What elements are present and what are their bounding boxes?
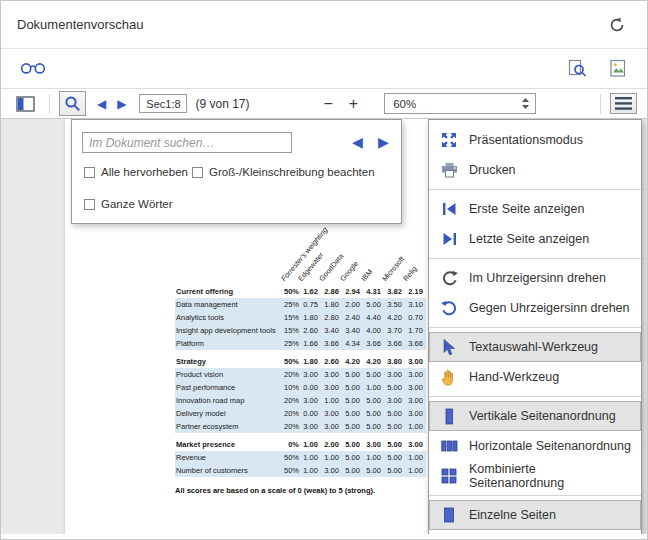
next-page-button[interactable]: ▶	[114, 96, 129, 112]
whole-words-option[interactable]: Ganze Wörter	[84, 198, 173, 210]
menu-item-label: Im Uhrzeigersinn drehen	[469, 271, 606, 285]
menu-item-label: Präsentationsmodus	[469, 133, 583, 147]
menu-item-einzelne-seiten[interactable]: Einzelne Seiten	[429, 500, 641, 530]
horizontal-layout-icon	[439, 437, 459, 455]
refresh-icon	[608, 16, 626, 34]
menu-item-im-uhrzeigersinn-drehen[interactable]: Im Uhrzeigersinn drehen	[429, 263, 641, 293]
sidebar-toggle-icon	[16, 96, 35, 112]
scores-table-wrap: Forrester's weightingEdgewaterGoodDataGo…	[175, 225, 426, 495]
menu-separator	[429, 258, 641, 259]
table-row: Analytics tools15%1.802.802.404.404.200.…	[175, 311, 426, 324]
table-footnote: All scores are based on a scale of 0 (we…	[175, 486, 426, 495]
menu-item-kombinierte-seitenanordnung[interactable]: Kombinierte Seitenanordnung	[429, 461, 641, 491]
menu-item-vertikale-seitenanordnung[interactable]: Vertikale Seitenanordnung	[429, 401, 641, 431]
text-select-icon	[439, 338, 459, 356]
page-number-input[interactable]	[139, 94, 187, 113]
menu-item-label: Einzelne Seiten	[469, 508, 556, 522]
refresh-button[interactable]	[603, 12, 631, 38]
panel-title: Dokumentenvorschau	[17, 17, 143, 32]
menu-item-label: Kombinierte Seitenanordnung	[469, 462, 631, 490]
single-pages-icon	[439, 506, 459, 524]
menu-separator	[429, 327, 641, 328]
menu-item-label: Erste Seite anzeigen	[469, 202, 584, 216]
menu-separator	[429, 396, 641, 397]
menu-item-label: Gegen Uhrzeigersinn drehen	[469, 301, 630, 315]
table-row: Delivery model20%0.003.005.005.005.003.0…	[175, 407, 426, 420]
zoom-document-icon	[568, 59, 587, 78]
zoom-in-button[interactable]: +	[345, 96, 362, 112]
table-row: Current offering50%1.622.862.944.313.822…	[175, 285, 426, 298]
menu-item-horizontale-seitenanordnung[interactable]: Horizontale Seitenanordnung	[429, 431, 641, 461]
menu-item-präsentationsmodus[interactable]: Präsentationsmodus	[429, 125, 641, 155]
menu-item-label: Hand-Werkzeug	[469, 370, 559, 384]
menu-item-gegen-uhrzeigersinn-drehen[interactable]: Gegen Uhrzeigersinn drehen	[429, 293, 641, 323]
stepper-icon	[521, 97, 530, 110]
table-row: Platform25%1.663.664.343.663.663.66	[175, 337, 426, 350]
table-row: Past performance10%0.003.005.001.005.003…	[175, 381, 426, 394]
menu-item-erste-seite-anzeigen[interactable]: Erste Seite anzeigen	[429, 194, 641, 224]
page-toolbar: ◀ ▶ (9 von 17) − + 60%	[1, 89, 647, 119]
highlight-all-option[interactable]: Alle hervorheben	[84, 166, 188, 178]
menu-item-label: Letzte Seite anzeigen	[469, 232, 589, 246]
export-image-button[interactable]	[604, 55, 633, 82]
vertical-layout-icon	[439, 407, 459, 425]
previous-match-button[interactable]: ◀	[349, 133, 366, 151]
export-image-icon	[609, 59, 628, 78]
previous-page-button[interactable]: ◀	[94, 96, 109, 112]
zoom-level-select[interactable]: 60%	[384, 93, 536, 114]
preview-toolbar	[1, 49, 647, 89]
view-menu: PräsentationsmodusDruckenErste Seite anz…	[428, 119, 642, 534]
hamburger-menu-icon	[615, 97, 632, 110]
next-match-button[interactable]: ▶	[375, 133, 392, 151]
preview-content: Forrester's weightingEdgewaterGoodDataGo…	[1, 119, 647, 534]
menu-separator	[429, 189, 641, 190]
table-row: Innovation road map20%3.001.005.005.003.…	[175, 394, 426, 407]
scores-table: Forrester's weightingEdgewaterGoodDataGo…	[175, 225, 426, 477]
menu-item-textauswahl-werkzeug[interactable]: Textauswahl-Werkzeug	[429, 332, 641, 362]
table-row: Revenue50%1.001.005.001.005.001.00	[175, 451, 426, 464]
zoom-value: 60%	[393, 98, 416, 110]
table-row: Product vision20%3.003.005.005.003.003.0…	[175, 368, 426, 381]
checkbox-label: Ganze Wörter	[101, 198, 173, 210]
hand-icon	[439, 368, 459, 386]
menu-item-label: Drucken	[469, 163, 516, 177]
menu-item-hand-werkzeug[interactable]: Hand-Werkzeug	[429, 362, 641, 392]
menu-item-letzte-seite-anzeigen[interactable]: Letzte Seite anzeigen	[429, 224, 641, 254]
match-case-option[interactable]: Groß-/Kleinschreibung beachten	[192, 166, 375, 178]
document-preview-panel: Dokumentenvorschau ◀ ▶ (9 von 17) − +	[0, 0, 648, 540]
menu-item-drucken[interactable]: Drucken	[429, 155, 641, 185]
printer-icon	[439, 161, 459, 179]
last-page-icon	[439, 230, 459, 248]
match-case-checkbox[interactable]	[192, 167, 203, 178]
sidebar-toggle-button[interactable]	[11, 92, 40, 116]
presentation-mode-icon	[439, 131, 459, 149]
search-input[interactable]	[82, 132, 292, 153]
table-row: Data management25%0.751.802.005.003.503.…	[175, 298, 426, 311]
checkbox-label: Groß-/Kleinschreibung beachten	[209, 166, 375, 178]
menu-separator	[429, 495, 641, 496]
rotate-counterclockwise-icon	[439, 299, 459, 317]
page-count-label: (9 von 17)	[195, 97, 249, 111]
table-row: Number of customers50%1.003.005.005.005.…	[175, 464, 426, 477]
table-row: Strategy50%1.802.604.204.203.803.00	[175, 355, 426, 368]
column-header: Google	[338, 259, 360, 283]
menu-item-label: Textauswahl-Werkzeug	[469, 340, 598, 354]
rotate-clockwise-icon	[439, 269, 459, 287]
glasses-icon	[20, 62, 46, 75]
menu-item-label: Horizontale Seitenanordnung	[469, 439, 631, 453]
whole-words-checkbox[interactable]	[84, 199, 95, 210]
menu-button[interactable]	[610, 93, 637, 114]
toolbar-separator	[49, 94, 50, 114]
combined-layout-icon	[439, 467, 459, 485]
search-icon	[64, 95, 81, 112]
reading-mode-button[interactable]	[15, 58, 51, 79]
menu-item-label: Vertikale Seitenanordnung	[469, 409, 616, 423]
zoom-document-button[interactable]	[563, 55, 592, 82]
highlight-all-checkbox[interactable]	[84, 167, 95, 178]
table-row: Partner ecosystem20%3.003.005.005.005.00…	[175, 420, 426, 433]
search-button[interactable]	[59, 91, 86, 116]
checkbox-label: Alle hervorheben	[101, 166, 188, 178]
titlebar: Dokumentenvorschau	[1, 1, 647, 49]
search-popup: ◀ ▶ Alle hervorheben Groß-/Kleinschreibu…	[71, 119, 402, 224]
zoom-out-button[interactable]: −	[320, 96, 337, 112]
